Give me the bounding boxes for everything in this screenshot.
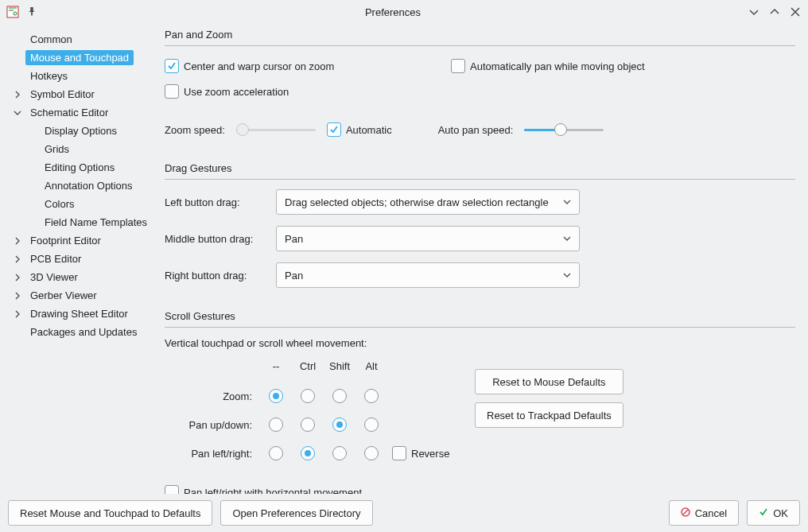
- sidebar-item-label: Grids: [40, 142, 74, 157]
- col-ctrl: Ctrl: [292, 360, 324, 372]
- reverse-checkbox[interactable]: Reverse: [387, 443, 451, 464]
- sidebar-item-mouse-and-touchpad[interactable]: Mouse and Touchpad: [8, 49, 155, 67]
- sidebar-item-display-options[interactable]: Display Options: [8, 122, 155, 140]
- sidebar-item-label: Mouse and Touchpad: [25, 50, 134, 65]
- titlebar: Preferences: [0, 0, 808, 24]
- reverse-label: Reverse: [411, 448, 449, 460]
- col-alt: Alt: [355, 360, 387, 372]
- sidebar-item-label: Schematic Editor: [25, 105, 113, 120]
- auto-pan-speed-label: Auto pan speed:: [438, 124, 514, 136]
- auto-pan-move-label: Automatically pan while moving object: [470, 60, 645, 72]
- sidebar-item-gerber-viewer[interactable]: Gerber Viewer: [8, 286, 155, 305]
- zoom-shift-radio[interactable]: [332, 389, 347, 403]
- chevron-right-icon[interactable]: [11, 308, 24, 320]
- reset-mouse-defaults-button[interactable]: Reset to Mouse Defaults: [475, 369, 623, 394]
- use-zoom-accel-label: Use zoom acceleration: [184, 86, 289, 98]
- panlr-alt-radio[interactable]: [364, 446, 379, 460]
- row-panud-label: Pan up/down:: [165, 419, 260, 431]
- use-zoom-accel-checkbox[interactable]: Use zoom acceleration: [165, 81, 795, 102]
- scroll-intro: Vertical touchpad or scroll wheel moveme…: [165, 337, 451, 349]
- ok-button[interactable]: OK: [747, 500, 800, 526]
- panud-shift-radio[interactable]: [332, 417, 347, 432]
- open-prefs-dir-button[interactable]: Open Preferences Directory: [220, 500, 372, 526]
- sidebar-item-symbol-editor[interactable]: Symbol Editor: [8, 85, 155, 103]
- drag-gestures-heading: Drag Gestures: [165, 161, 795, 180]
- sidebar-item-label: Hotkeys: [25, 68, 72, 83]
- cancel-button[interactable]: Cancel: [669, 500, 739, 526]
- sidebar-item-packages-and-updates[interactable]: Packages and Updates: [8, 323, 155, 341]
- sidebar-item-3d-viewer[interactable]: 3D Viewer: [8, 268, 155, 286]
- panlr-shift-radio[interactable]: [332, 446, 347, 460]
- sidebar-tree: CommonMouse and TouchpadHotkeysSymbol Ed…: [8, 27, 155, 494]
- window-title: Preferences: [38, 6, 748, 18]
- sidebar-item-label: Colors: [40, 196, 80, 212]
- chevron-down-icon[interactable]: [11, 107, 24, 119]
- sidebar-item-label: Editing Options: [40, 160, 119, 175]
- pan-horizontal-checkbox[interactable]: Pan left/right with horizontal movement: [165, 482, 451, 494]
- auto-pan-speed-slider[interactable]: [524, 122, 604, 137]
- chevron-down-icon: [563, 273, 571, 278]
- zoom-automatic-checkbox[interactable]: Automatic: [327, 119, 392, 140]
- svg-line-6: [683, 510, 688, 515]
- chevron-right-icon[interactable]: [11, 253, 24, 266]
- middle-drag-select[interactable]: Pan: [276, 226, 580, 251]
- sidebar-item-label: Symbol Editor: [25, 87, 99, 102]
- zoom-speed-label: Zoom speed:: [165, 124, 225, 136]
- sidebar-item-footprint-editor[interactable]: Footprint Editor: [8, 231, 155, 250]
- row-zoom-label: Zoom:: [165, 390, 260, 402]
- sidebar-item-label: Display Options: [40, 123, 122, 138]
- reset-defaults-button[interactable]: Reset Mouse and Touchpad to Defaults: [8, 500, 212, 526]
- tree-spacer: [11, 52, 24, 64]
- sidebar-item-drawing-sheet-editor[interactable]: Drawing Sheet Editor: [8, 305, 155, 323]
- checkbox-icon: [165, 59, 179, 73]
- sidebar-item-pcb-editor[interactable]: PCB Editor: [8, 250, 155, 268]
- zoom-ctrl-radio[interactable]: [301, 389, 315, 403]
- minimize-icon[interactable]: [748, 6, 760, 18]
- pan-horizontal-label: Pan left/right with horizontal movement: [184, 487, 362, 495]
- panlr-ctrl-radio[interactable]: [301, 446, 315, 460]
- zoom-alt-radio[interactable]: [364, 389, 379, 403]
- sidebar-item-label: Footprint Editor: [25, 233, 106, 248]
- left-drag-value: Drag selected objects; otherwise draw se…: [285, 196, 549, 208]
- chevron-right-icon[interactable]: [11, 235, 24, 247]
- right-drag-select[interactable]: Pan: [276, 262, 580, 288]
- middle-drag-label: Middle button drag:: [165, 233, 276, 245]
- center-warp-checkbox[interactable]: Center and warp cursor on zoom: [165, 56, 451, 76]
- sidebar-item-label: Gerber Viewer: [25, 288, 102, 303]
- checkbox-icon: [327, 122, 341, 137]
- app-icon: [6, 6, 19, 18]
- pin-icon[interactable]: [25, 6, 38, 18]
- right-drag-label: Right button drag:: [165, 270, 276, 282]
- svg-rect-0: [6, 6, 19, 18]
- left-drag-select[interactable]: Drag selected objects; otherwise draw se…: [276, 189, 580, 215]
- sidebar-item-grids[interactable]: Grids: [8, 140, 155, 158]
- cancel-icon: [681, 507, 690, 519]
- sidebar-item-label: 3D Viewer: [25, 270, 83, 285]
- sidebar-item-label: Common: [25, 32, 77, 47]
- chevron-right-icon[interactable]: [11, 271, 24, 284]
- reset-trackpad-defaults-button[interactable]: Reset to Trackpad Defaults: [475, 402, 623, 428]
- panlr-none-radio[interactable]: [269, 446, 283, 460]
- sidebar-item-label: Annotation Options: [40, 178, 138, 193]
- chevron-right-icon[interactable]: [11, 289, 24, 302]
- sidebar-item-common[interactable]: Common: [8, 30, 155, 49]
- panud-none-radio[interactable]: [269, 417, 283, 432]
- left-drag-label: Left button drag:: [165, 196, 276, 208]
- sidebar-item-schematic-editor[interactable]: Schematic Editor: [8, 103, 155, 122]
- zoom-none-radio[interactable]: [269, 389, 283, 403]
- close-icon[interactable]: [789, 6, 802, 18]
- pan-zoom-heading: Pan and Zoom: [165, 27, 795, 46]
- sidebar-item-annotation-options[interactable]: Annotation Options: [8, 177, 155, 195]
- sidebar-item-colors[interactable]: Colors: [8, 195, 155, 213]
- maximize-icon[interactable]: [768, 6, 781, 18]
- auto-pan-move-checkbox[interactable]: Automatically pan while moving object: [451, 56, 795, 76]
- sidebar-item-label: Drawing Sheet Editor: [25, 306, 133, 321]
- row-panlr-label: Pan left/right:: [165, 448, 260, 460]
- sidebar-item-field-name-templates[interactable]: Field Name Templates: [8, 213, 155, 231]
- panud-alt-radio[interactable]: [364, 417, 379, 432]
- right-drag-value: Pan: [285, 270, 303, 282]
- panud-ctrl-radio[interactable]: [301, 417, 315, 432]
- sidebar-item-hotkeys[interactable]: Hotkeys: [8, 67, 155, 85]
- sidebar-item-editing-options[interactable]: Editing Options: [8, 158, 155, 177]
- chevron-right-icon[interactable]: [11, 88, 24, 101]
